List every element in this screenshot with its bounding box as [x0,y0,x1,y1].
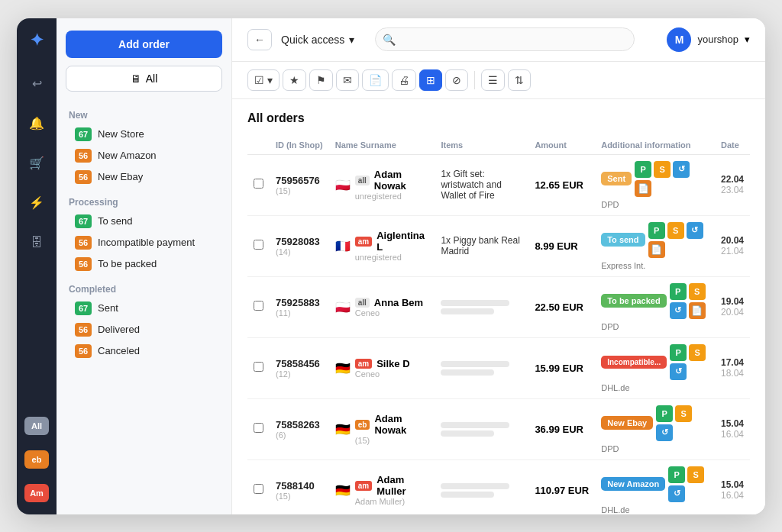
info-icon-doc[interactable]: 📄 [689,302,706,319]
orders-area: All orders ID (In Shop) Name Surname Ite… [232,99,765,514]
nav-icon-bolt[interactable]: ⚡ [24,191,49,215]
nav-badge-all[interactable]: All [24,417,49,435]
info-icons: PS↺📄 [648,222,709,258]
placeholder-line [441,369,494,376]
name-main: Silke D [376,358,409,369]
info-icon-S[interactable]: S [675,405,692,422]
info-icon-S[interactable]: S [667,222,684,239]
label-new-amazon: New Amazon [98,150,157,161]
sidebar-item-to-send[interactable]: 67 To send [69,211,219,232]
toolbar-mail-btn[interactable]: ✉ [336,69,359,91]
nav-icon-back[interactable]: ↩ [24,72,49,96]
items-text: 1x Piggy bank Real Madrid [441,235,522,256]
info-icon-S[interactable]: S [654,161,671,178]
info-icon-cb[interactable]: ↺ [668,485,685,502]
user-dropdown-arrow: ▾ [745,34,750,45]
quick-access-button[interactable]: Quick access ▾ [281,34,354,46]
info-icon-cb[interactable]: ↺ [656,424,673,441]
info-icon-P[interactable]: P [656,405,673,422]
info-icon-cb[interactable]: ↺ [670,302,687,319]
topbar: ← Quick access ▾ 🔍 M yourshop ▾ [232,18,765,62]
sidebar-item-new-store[interactable]: 67 New Store [69,124,219,145]
info-icon-cb[interactable]: ↺ [687,222,703,239]
toolbar-flag-btn[interactable]: ⚑ [309,69,333,91]
placeholder-line [441,483,509,489]
label-incompatible: Incompatible payment [98,237,195,248]
row-items-cell: 1x Gift set: wristwatch and Wallet of Fi… [435,154,528,215]
toolbar-table-btn[interactable]: ⊞ [419,69,442,91]
row-info-cell: Incompatible... PS↺ DHL.de [595,337,715,398]
toolbar-star-btn[interactable]: ★ [283,69,306,91]
amount-value: 8.99 EUR [535,240,577,252]
row-date-cell: 15.04 16.04 [715,398,750,459]
toolbar-doc-btn[interactable]: 📄 [362,69,389,91]
sidebar-item-canceled[interactable]: 56 Canceled [69,340,219,362]
row-items-cell [435,276,528,337]
table-row: 7588140(15) 🇩🇪 am Adam Muller Adam Mulle… [247,459,750,514]
name-main: Adam Muller [376,474,428,497]
col-amount: Amount [528,136,595,155]
quick-access-label: Quick access [281,34,344,46]
nav-badge-eb[interactable]: eb [24,450,49,469]
back-button[interactable]: ← [247,29,272,50]
info-icon-P[interactable]: P [670,283,687,300]
info-row1: Incompatible... PS↺ [601,344,709,380]
toolbar-cols-btn[interactable]: ☰ [481,69,505,91]
toolbar-checkbox-btn[interactable]: ☑ ▾ [247,69,280,91]
row-checkbox[interactable] [254,301,263,311]
items-text: 1x Gift set: wristwatch and Wallet of Fi… [441,169,522,201]
date-main: 15.04 [721,479,744,490]
nav-badge-am[interactable]: Am [24,484,49,502]
row-checkbox[interactable] [254,240,263,250]
info-icon-P[interactable]: P [670,344,687,361]
nav-icon-database[interactable]: 🗄 [24,231,49,255]
user-area[interactable]: M yourshop ▾ [667,27,749,52]
row-amount-cell: 36.99 EUR [528,398,595,459]
info-icon-cb[interactable]: ↺ [673,161,690,178]
info-icon-S[interactable]: S [689,283,706,300]
sidebar-item-to-be-packed[interactable]: 56 To be packed [69,253,219,275]
info-icon-P[interactable]: P [648,222,665,239]
sidebar-item-delivered[interactable]: 56 Delivered [69,319,219,340]
info-row1: New Ebay PS↺ [601,405,709,441]
content-area: ← Quick access ▾ 🔍 M yourshop ▾ ☑ ▾ ★ ⚑ … [232,18,765,514]
info-row2: DPD [601,322,709,331]
row-amount-cell: 22.50 EUR [528,276,595,337]
toolbar-filter-btn[interactable]: ⊘ [445,69,468,91]
row-checkbox-cell [247,398,270,459]
sidebar-item-new-ebay[interactable]: 56 New Ebay [69,166,219,188]
info-icon-doc[interactable]: 📄 [635,180,651,197]
carrier: DHL.de [601,383,629,392]
date-main: 20.04 [721,235,744,246]
row-date-cell: 17.04 18.04 [715,337,750,398]
nav-icon-notifications[interactable]: 🔔 [24,111,49,136]
row-checkbox[interactable] [254,423,263,433]
row-id-cell: 75925883(11) [270,276,329,337]
info-icon-doc[interactable]: 📄 [648,241,665,258]
row-checkbox[interactable] [254,179,263,189]
row-name-cell: 🇵🇱 all Adam Nowak unregistered [329,154,435,215]
sidebar-item-incompatible[interactable]: 56 Incompatible payment [69,232,219,253]
order-id: 75858456 [276,358,323,369]
info-icon-cb[interactable]: ↺ [670,363,687,380]
toolbar-print-btn[interactable]: 🖨 [392,69,416,91]
sidebar-item-new-amazon[interactable]: 56 New Amazon [69,145,219,166]
sidebar-item-sent[interactable]: 67 Sent [69,298,219,319]
row-items-cell [435,337,528,398]
info-icon-S[interactable]: S [689,344,706,361]
add-order-button[interactable]: Add order [66,31,222,58]
order-id: 75928083 [276,236,323,247]
row-items-cell: 1x Piggy bank Real Madrid [435,215,528,276]
row-checkbox[interactable] [254,484,263,494]
all-orders-button[interactable]: 🖥 All [66,66,222,92]
nav-icon-cart[interactable]: 🛒 [24,151,49,176]
info-icon-S[interactable]: S [687,466,704,483]
search-input[interactable] [375,27,635,51]
row-checkbox[interactable] [254,362,263,372]
info-row2: DHL.de [601,383,709,392]
toolbar-sort-btn[interactable]: ⇅ [508,69,531,91]
info-icon-P[interactable]: P [635,161,651,178]
info-icon-P[interactable]: P [668,466,685,483]
info-icons: PS↺📄 [635,161,709,197]
order-subid: (6) [276,430,323,440]
